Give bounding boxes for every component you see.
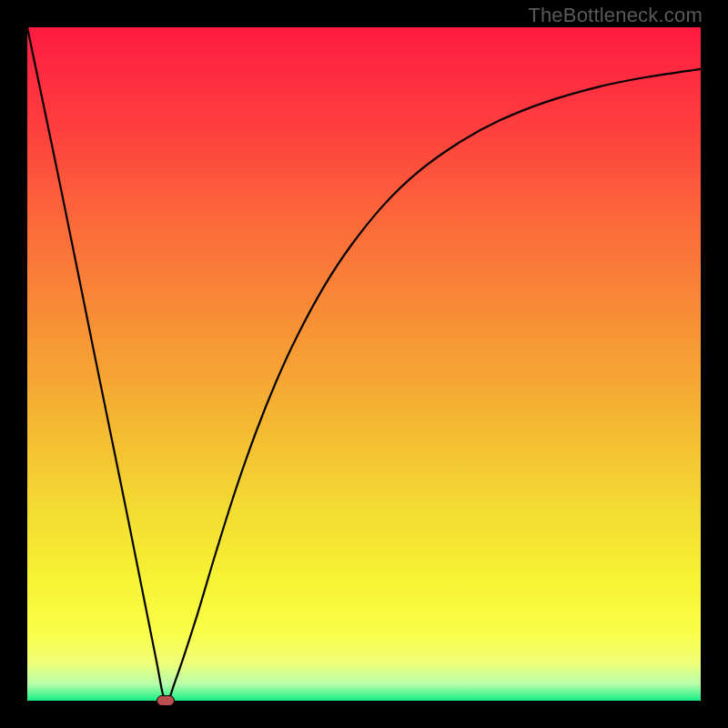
chart-container: TheBottleneck.com bbox=[0, 0, 728, 728]
optimal-point-dot bbox=[157, 695, 175, 706]
chart-svg bbox=[27, 27, 701, 701]
plot-area bbox=[27, 27, 701, 701]
watermark-text: TheBottleneck.com bbox=[528, 4, 703, 27]
chart-background bbox=[27, 27, 701, 701]
